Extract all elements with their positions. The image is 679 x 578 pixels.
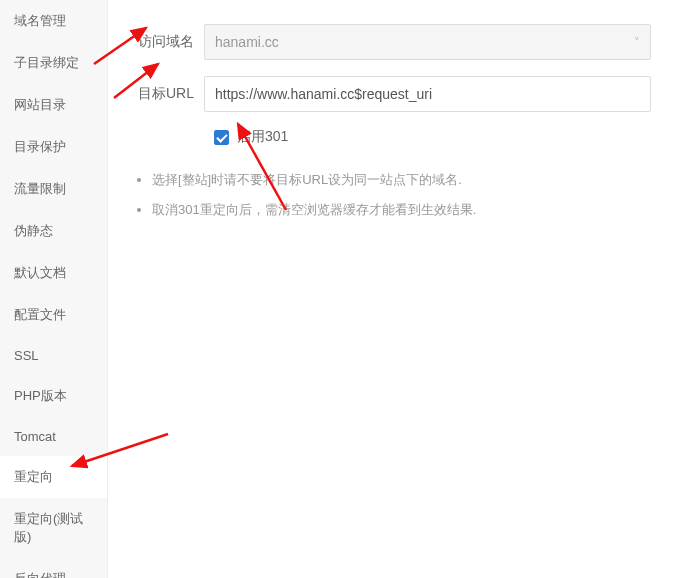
sidebar-item-ssl[interactable]: SSL: [0, 336, 107, 375]
sidebar-item-label: 重定向: [14, 469, 53, 484]
sidebar-item-redirect[interactable]: 重定向: [0, 456, 107, 498]
sidebar-item-label: PHP版本: [14, 388, 67, 403]
sidebar-item-reverse-proxy[interactable]: 反向代理: [0, 558, 107, 578]
sidebar-item-label: 目录保护: [14, 139, 66, 154]
sidebar-item-label: 反向代理: [14, 571, 66, 578]
note-item: 选择[整站]时请不要将目标URL设为同一站点下的域名.: [152, 170, 651, 190]
sidebar-item-label: 配置文件: [14, 307, 66, 322]
sidebar: 域名管理 子目录绑定 网站目录 目录保护 流量限制 伪静态 默认文档 配置文件 …: [0, 0, 108, 578]
notes-list: 选择[整站]时请不要将目标URL设为同一站点下的域名. 取消301重定向后，需清…: [152, 170, 651, 219]
sidebar-item-label: 流量限制: [14, 181, 66, 196]
sidebar-item-config-file[interactable]: 配置文件: [0, 294, 107, 336]
enable-301-label: 启用301: [237, 128, 288, 146]
sidebar-item-subdir-bind[interactable]: 子目录绑定: [0, 42, 107, 84]
row-domain: 访问域名 hanami.cc ˅: [122, 24, 651, 60]
main-content: 访问域名 hanami.cc ˅ 目标URL 启用301 选择[整站]时请不要将…: [108, 0, 679, 578]
row-target-url: 目标URL: [122, 76, 651, 112]
sidebar-item-php-version[interactable]: PHP版本: [0, 375, 107, 417]
sidebar-item-default-doc[interactable]: 默认文档: [0, 252, 107, 294]
target-url-input[interactable]: [204, 76, 651, 112]
target-url-label: 目标URL: [122, 85, 204, 103]
sidebar-item-traffic-limit[interactable]: 流量限制: [0, 168, 107, 210]
domain-select[interactable]: hanami.cc ˅: [204, 24, 651, 60]
sidebar-item-domain-mgmt[interactable]: 域名管理: [0, 0, 107, 42]
note-item: 取消301重定向后，需清空浏览器缓存才能看到生效结果.: [152, 200, 651, 220]
sidebar-item-dir-protect[interactable]: 目录保护: [0, 126, 107, 168]
sidebar-item-label: 子目录绑定: [14, 55, 79, 70]
sidebar-item-redirect-beta[interactable]: 重定向(测试版): [0, 498, 107, 558]
sidebar-item-label: Tomcat: [14, 429, 56, 444]
domain-label: 访问域名: [122, 33, 204, 51]
sidebar-item-tomcat[interactable]: Tomcat: [0, 417, 107, 456]
sidebar-item-site-dir[interactable]: 网站目录: [0, 84, 107, 126]
sidebar-item-label: 网站目录: [14, 97, 66, 112]
row-enable-301: 启用301: [214, 128, 651, 146]
sidebar-item-label: 伪静态: [14, 223, 53, 238]
sidebar-item-pseudo-static[interactable]: 伪静态: [0, 210, 107, 252]
enable-301-checkbox[interactable]: [214, 130, 229, 145]
sidebar-item-label: 域名管理: [14, 13, 66, 28]
chevron-down-icon: ˅: [634, 36, 640, 49]
sidebar-item-label: 重定向(测试版): [14, 511, 83, 544]
sidebar-item-label: SSL: [14, 348, 39, 363]
domain-select-value: hanami.cc: [215, 34, 279, 50]
sidebar-item-label: 默认文档: [14, 265, 66, 280]
